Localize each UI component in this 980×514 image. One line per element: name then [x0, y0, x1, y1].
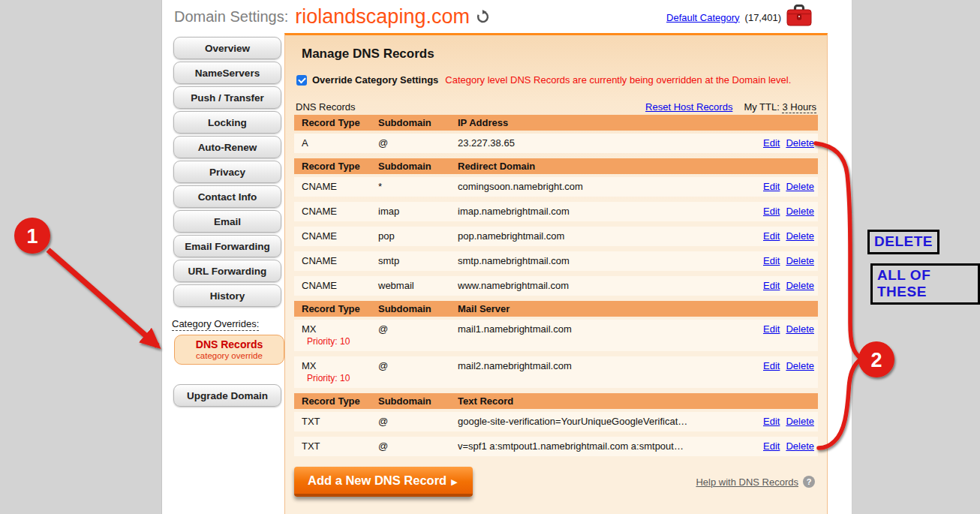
- dns-record-row: MXPriority: 10@mail1.namebrightmail.comE…: [294, 320, 818, 351]
- sidebar-item-locking[interactable]: Locking: [173, 111, 281, 134]
- column-header: Subdomain: [378, 161, 458, 172]
- table-section-header: Record TypeSubdomainIP Address: [294, 115, 818, 131]
- column-header: Subdomain: [378, 303, 458, 314]
- record-value: 23.227.38.65: [458, 137, 749, 149]
- annotation-circle-1: [14, 218, 50, 254]
- record-subdomain: @: [378, 360, 458, 371]
- toolbox-icon[interactable]: [786, 5, 812, 30]
- sidebar-item-privacy[interactable]: Privacy: [173, 161, 281, 183]
- panel-heading: Manage DNS Records: [302, 47, 818, 62]
- column-header: Mail Server: [458, 303, 749, 314]
- record-value: comingsoon.namebright.com: [458, 181, 749, 192]
- table-section-header: Record TypeSubdomainText Record: [294, 393, 818, 409]
- dns-record-row: CNAMEimapimap.namebrightmail.comEditDele…: [294, 202, 818, 221]
- edit-link[interactable]: Edit: [763, 440, 780, 452]
- delete-link[interactable]: Delete: [786, 280, 814, 291]
- sidebar-item-nameservers[interactable]: NameServers: [173, 62, 281, 84]
- edit-link[interactable]: Edit: [763, 181, 780, 192]
- record-type: TXT: [302, 416, 378, 427]
- help-dns-records-link[interactable]: Help with DNS Records: [696, 476, 798, 488]
- ttl-label: My TTL:: [744, 101, 779, 113]
- dns-record-row: TXT@google-site-verification=YourUniqueG…: [294, 412, 818, 431]
- sidebar-item-dns-records-override[interactable]: DNS Records category override: [174, 335, 284, 365]
- record-type: CNAME: [302, 181, 378, 192]
- record-actions: EditDelete: [749, 181, 818, 192]
- record-type: CNAME: [302, 280, 378, 291]
- ttl-value[interactable]: 3 Hours: [782, 101, 816, 113]
- record-subdomain: @: [378, 440, 458, 452]
- dns-record-row: MXPriority: 10@mail2.namebrightmail.comE…: [294, 356, 818, 388]
- delete-link[interactable]: Delete: [786, 206, 814, 217]
- edit-link[interactable]: Edit: [763, 323, 780, 335]
- sidebar-item-history[interactable]: History: [173, 284, 281, 307]
- override-category-checkbox[interactable]: [296, 75, 307, 86]
- record-actions: EditDelete: [749, 230, 818, 242]
- column-header: Record Type: [294, 161, 378, 172]
- edit-link[interactable]: Edit: [763, 416, 780, 427]
- delete-link[interactable]: Delete: [786, 255, 814, 266]
- record-actions: EditDelete: [749, 280, 818, 291]
- edit-link[interactable]: Edit: [763, 280, 780, 291]
- sidebar-item-email[interactable]: Email: [173, 210, 281, 233]
- record-type: CNAME: [302, 206, 378, 217]
- record-type-cell: MXPriority: 10: [294, 323, 378, 347]
- record-subdomain: pop: [378, 230, 458, 242]
- edit-link[interactable]: Edit: [763, 255, 780, 266]
- column-header: Record Type: [294, 303, 378, 314]
- delete-link[interactable]: Delete: [786, 416, 814, 427]
- record-subdomain: @: [378, 137, 458, 149]
- edit-link[interactable]: Edit: [763, 206, 780, 217]
- column-header: Redirect Domain: [458, 161, 749, 172]
- sidebar-item-url-forwarding[interactable]: URL Forwarding: [173, 260, 281, 282]
- reset-host-records-link[interactable]: Reset Host Records: [645, 101, 732, 113]
- column-header: Text Record: [458, 395, 749, 407]
- record-type-cell: MXPriority: 10: [294, 360, 378, 383]
- question-mark-icon[interactable]: ?: [803, 476, 815, 488]
- page-title-label: Domain Settings:: [174, 8, 288, 26]
- delete-link[interactable]: Delete: [786, 440, 814, 452]
- record-type: MX: [302, 360, 378, 371]
- sidebar-item-auto-renew[interactable]: Auto-Renew: [173, 136, 281, 158]
- domain-name: riolandscaping.com: [295, 5, 470, 29]
- header-right: Default Category (17,401): [666, 5, 812, 30]
- edit-link[interactable]: Edit: [763, 360, 780, 371]
- delete-link[interactable]: Delete: [786, 230, 814, 242]
- record-value: imap.namebrightmail.com: [458, 206, 749, 217]
- record-value: smtp.namebrightmail.com: [458, 255, 749, 266]
- edit-link[interactable]: Edit: [763, 137, 780, 149]
- delete-link[interactable]: Delete: [786, 181, 814, 192]
- sidebar-item-push-transfer[interactable]: Push / Transfer: [173, 86, 281, 109]
- delete-link[interactable]: Delete: [786, 360, 814, 371]
- dns-table: Record TypeSubdomainIP AddressA@23.227.3…: [294, 115, 818, 456]
- sidebar: Overview NameServers Push / Transfer Loc…: [162, 33, 284, 514]
- sidebar-item-contact-info[interactable]: Contact Info: [173, 185, 281, 208]
- delete-link[interactable]: Delete: [786, 323, 814, 335]
- record-actions: EditDelete: [749, 206, 818, 217]
- record-subdomain: @: [378, 323, 458, 335]
- add-dns-record-button[interactable]: Add a New DNS Record▶: [294, 467, 473, 497]
- record-type: MX: [302, 323, 378, 335]
- record-value: pop.namebrightmail.com: [458, 230, 749, 242]
- record-type-cell: A: [294, 137, 378, 149]
- record-type-cell: CNAME: [294, 255, 378, 266]
- dns-record-row: CNAME*comingsoon.namebright.comEditDelet…: [294, 177, 818, 197]
- sidebar-item-email-forwarding[interactable]: Email Forwarding: [173, 235, 281, 257]
- arrow-right-icon: ▶: [451, 477, 457, 486]
- category-override-sublabel: category override: [175, 351, 284, 360]
- column-header: Record Type: [294, 117, 378, 128]
- record-actions: EditDelete: [749, 440, 818, 452]
- refresh-icon[interactable]: [476, 10, 490, 27]
- default-category-link[interactable]: Default Category: [666, 12, 740, 23]
- sidebar-item-overview[interactable]: Overview: [173, 37, 281, 59]
- record-value: www.namebrightmail.com: [458, 280, 749, 291]
- upgrade-domain-button[interactable]: Upgrade Domain: [173, 384, 281, 407]
- content: Overview NameServers Push / Transfer Loc…: [162, 33, 852, 514]
- record-subdomain: smtp: [378, 255, 458, 266]
- edit-link[interactable]: Edit: [763, 230, 780, 242]
- record-actions: EditDelete: [749, 416, 818, 427]
- delete-link[interactable]: Delete: [786, 137, 814, 149]
- table-section-header: Record TypeSubdomainMail Server: [294, 301, 818, 317]
- record-type-cell: TXT: [294, 416, 378, 427]
- record-subdomain: imap: [378, 206, 458, 217]
- annotation-all-of-these-text: ALL OF THESE: [870, 263, 980, 305]
